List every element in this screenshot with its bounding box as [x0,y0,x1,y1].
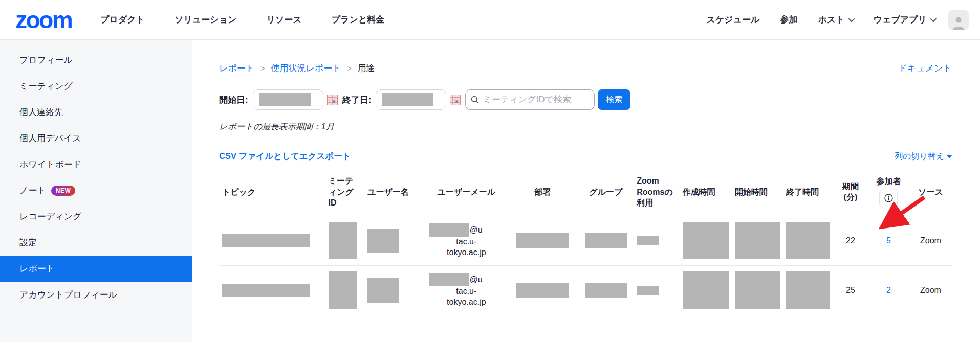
nav-item-schedule[interactable]: スケジュール [706,14,759,26]
info-icon [884,194,893,202]
report-content: レポート > 使用状況レポート > 用途 ドキュメント 開始日: 終了日: [192,40,980,342]
nav-item-solutions[interactable]: ソリューション [175,14,236,26]
cell-source: Zoom [909,216,952,265]
redacted-start-date [259,93,311,106]
breadcrumb-reports-link[interactable]: レポート [219,62,254,74]
sidebar-item-personal-contacts[interactable]: 個人連絡先 [0,99,192,125]
cell-topic [219,265,325,315]
end-date-label: 終了日: [342,94,372,106]
person-icon [951,15,966,30]
calendar-icon[interactable] [450,95,461,105]
cell-zoom-rooms [634,216,679,265]
cell-user-name [364,265,425,315]
redacted-user-name [367,278,399,303]
col-header-department: 部署 [507,168,578,216]
nav-item-products[interactable]: プロダクト [100,14,145,26]
redacted-end-time [786,271,830,309]
table-header-row: トピック ミーティング ID ユーザー名 ユーザーメール 部署 グループ Zoo… [219,168,952,216]
cell-start-time [732,216,783,265]
cell-department [507,216,578,265]
cell-group [578,265,634,315]
sidebar-item-account-profile[interactable]: アカウントプロフィール [0,282,192,308]
breadcrumb: レポート > 使用状況レポート > 用途 [219,62,375,74]
start-date-input[interactable] [253,89,323,110]
col-header-created-time: 作成時間 [680,168,732,216]
redacted-created-time [683,222,729,259]
sidebar-item-whiteboard[interactable]: ホワイトボード [0,151,192,177]
col-header-user-email: ユーザーメール [426,168,508,216]
redacted-topic [222,284,310,297]
participants-info-icon[interactable] [879,189,898,208]
redacted-department [516,233,569,248]
new-badge: NEW [51,186,76,196]
sidebar-item-recordings[interactable]: レコーディング [0,203,192,230]
user-avatar[interactable] [948,10,969,30]
sidebar-item-profile[interactable]: プロフィール [0,47,192,73]
sidebar-item-notes[interactable]: ノート NEW [0,177,192,203]
chevron-down-icon [930,16,937,22]
nav-item-host[interactable]: ホスト [818,14,853,26]
search-button[interactable]: 検索 [598,89,630,110]
table-row[interactable]: @u tac.u- tokyo.ac.jp 22 5 [219,216,952,265]
col-header-duration: 期間 (分) [833,168,868,216]
cell-created-time [680,216,732,265]
nav-item-resources[interactable]: リソース [267,14,302,26]
col-header-source: ソース [909,168,952,216]
redacted-department [516,283,569,298]
redacted-group [585,233,627,248]
redacted-email-local [429,273,469,286]
col-header-meeting-id: ミーティング ID [325,168,365,216]
cell-user-name [364,216,425,265]
usage-report-table: トピック ミーティング ID ユーザー名 ユーザーメール 部署 グループ Zoo… [219,168,952,315]
nav-item-plans-pricing[interactable]: プランと料金 [332,14,385,26]
cell-created-time [680,265,732,315]
cell-group [578,216,634,265]
cell-meeting-id [325,265,365,315]
redacted-user-name [367,229,399,253]
start-date-label: 開始日: [219,94,248,106]
max-report-period-note: レポートの最長表示期間：1月 [219,121,952,132]
end-date-input[interactable] [376,89,446,110]
meeting-id-search-field[interactable] [465,89,595,110]
col-header-user-name: ユーザー名 [364,168,425,216]
cell-user-email: @u tac.u- tokyo.ac.jp [426,265,508,315]
sidebar-item-settings[interactable]: 設定 [0,230,192,256]
cell-topic [219,216,325,265]
redacted-zoom-rooms [637,236,659,245]
col-header-topic: トピック [219,168,325,216]
table-row[interactable]: @u tac.u- tokyo.ac.jp 25 2 Zoom [219,265,952,315]
search-input[interactable] [483,95,590,105]
documentation-link[interactable]: ドキュメント [899,62,952,74]
cell-meeting-id [325,216,365,265]
chevron-down-icon [848,16,855,22]
export-csv-link[interactable]: CSV ファイルとしてエクスポート [219,151,351,162]
cell-source: Zoom [909,265,952,315]
redacted-created-time [683,271,729,309]
breadcrumb-usage-reports-link[interactable]: 使用状況レポート [271,62,341,74]
top-navigation-bar: zoom プロダクト ソリューション リソース プランと料金 スケジュール 参加… [0,0,980,40]
col-header-group: グループ [578,168,634,216]
sidebar-item-reports[interactable]: レポート [0,256,192,282]
sidebar-item-meetings[interactable]: ミーティング [0,73,192,99]
calendar-icon[interactable] [327,95,338,105]
main-nav-right: スケジュール 参加 ホスト ウェブアプリ [706,14,935,26]
redacted-end-date [382,93,433,106]
redacted-zoom-rooms [637,286,659,295]
redacted-topic [222,234,310,247]
breadcrumb-current-page: 用途 [358,62,375,74]
participants-count-link[interactable]: 2 [886,286,891,294]
nav-item-web-app[interactable]: ウェブアプリ [874,14,935,26]
toggle-columns-dropdown[interactable]: 列の切り替え [895,151,952,162]
zoom-logo[interactable]: zoom [15,8,72,32]
cell-duration: 22 [833,216,868,265]
redacted-meeting-id [329,222,357,259]
redacted-group [585,283,627,298]
redacted-email-local [429,223,469,237]
cell-zoom-rooms [634,265,679,315]
main-nav-left: プロダクト ソリューション リソース プランと料金 [100,14,384,26]
participants-count-link[interactable]: 5 [886,236,891,245]
nav-item-join[interactable]: 参加 [780,14,797,26]
col-header-start-time: 開始時間 [732,168,783,216]
redacted-start-time [735,222,780,259]
sidebar-item-personal-devices[interactable]: 個人用デバイス [0,125,192,151]
